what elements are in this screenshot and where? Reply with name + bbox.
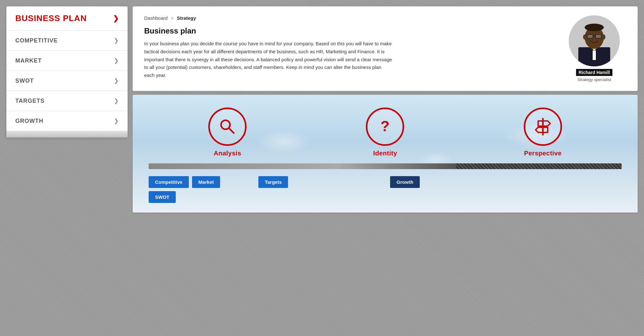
sidebar-item-market[interactable]: MARKET ❯ [6, 51, 128, 71]
chevron-right-icon: ❯ [114, 57, 119, 64]
main-content: Dashboard > Strategy Business plan In yo… [133, 6, 638, 330]
advisor-role: Strategy specialist [577, 77, 611, 82]
perspective-circle [524, 108, 562, 146]
perspective-label: Perspective [524, 150, 562, 157]
sidebar-header-arrow[interactable]: ❯ [113, 14, 119, 23]
svg-rect-3 [593, 50, 596, 60]
sidebar-header[interactable]: BUSINESS PLAN ❯ [6, 6, 128, 31]
signpost-icon [532, 117, 554, 136]
sidebar-item-targets[interactable]: TARGETS ❯ [6, 91, 128, 111]
icon-item-perspective[interactable]: Perspective [524, 108, 562, 157]
visual-panel: Analysis ? Identity [133, 95, 638, 213]
advisor-card: Richard Hamill Strategy specialist [562, 15, 626, 82]
btn-targets[interactable]: Targets [258, 176, 288, 188]
btn-swot[interactable]: SWOT [149, 191, 176, 203]
sidebar: BUSINESS PLAN ❯ COMPETITIVE ❯ MARKET ❯ S… [6, 6, 128, 138]
btn-growth[interactable]: Growth [390, 176, 420, 188]
identity-circle: ? [366, 108, 404, 146]
icon-item-identity[interactable]: ? Identity [366, 108, 404, 157]
advisor-image [569, 15, 620, 66]
svg-marker-19 [536, 127, 548, 132]
btn-competitive[interactable]: Competitive [149, 176, 189, 188]
page-title: Business plan [144, 26, 553, 35]
breadcrumb: Dashboard > Strategy [144, 15, 553, 21]
search-icon [218, 117, 237, 136]
svg-point-12 [602, 34, 605, 40]
breadcrumb-home[interactable]: Dashboard [144, 15, 167, 21]
icons-row: Analysis ? Identity [149, 108, 622, 157]
chevron-right-icon: ❯ [114, 97, 119, 104]
svg-rect-7 [596, 34, 601, 38]
svg-line-15 [229, 128, 234, 133]
info-description: In your business plan you decide the cou… [144, 40, 393, 79]
analysis-label: Analysis [214, 150, 241, 157]
svg-rect-6 [587, 34, 593, 38]
sidebar-title: BUSINESS PLAN [15, 13, 87, 23]
sidebar-bottom-decoration [6, 131, 128, 138]
svg-point-11 [583, 34, 586, 40]
advisor-name: Richard Hamill [576, 69, 612, 76]
chevron-right-icon: ❯ [114, 117, 119, 124]
btn-market[interactable]: Market [192, 176, 220, 188]
sidebar-item-growth[interactable]: GROWTH ❯ [6, 111, 128, 131]
svg-marker-18 [538, 121, 550, 126]
analysis-circle [208, 108, 247, 146]
avatar [569, 15, 620, 66]
svg-point-13 [585, 24, 604, 31]
icon-item-analysis[interactable]: Analysis [208, 108, 247, 157]
breadcrumb-separator: > [171, 15, 174, 21]
progress-row [149, 163, 622, 169]
info-panel: Dashboard > Strategy Business plan In yo… [133, 6, 638, 91]
chevron-right-icon: ❯ [114, 37, 119, 44]
info-content-area: Dashboard > Strategy Business plan In yo… [144, 15, 553, 79]
buttons-row-2: SWOT [149, 191, 622, 203]
identity-label: Identity [373, 150, 397, 157]
breadcrumb-current: Strategy [177, 15, 196, 21]
buttons-row: Competitive Market Targets Growth [149, 176, 622, 188]
sidebar-item-competitive[interactable]: COMPETITIVE ❯ [6, 31, 128, 51]
question-icon: ? [375, 117, 395, 136]
sidebar-item-swot[interactable]: SWOT ❯ [6, 71, 128, 91]
progress-track [149, 163, 622, 169]
chevron-right-icon: ❯ [114, 77, 119, 84]
svg-text:?: ? [381, 118, 389, 134]
